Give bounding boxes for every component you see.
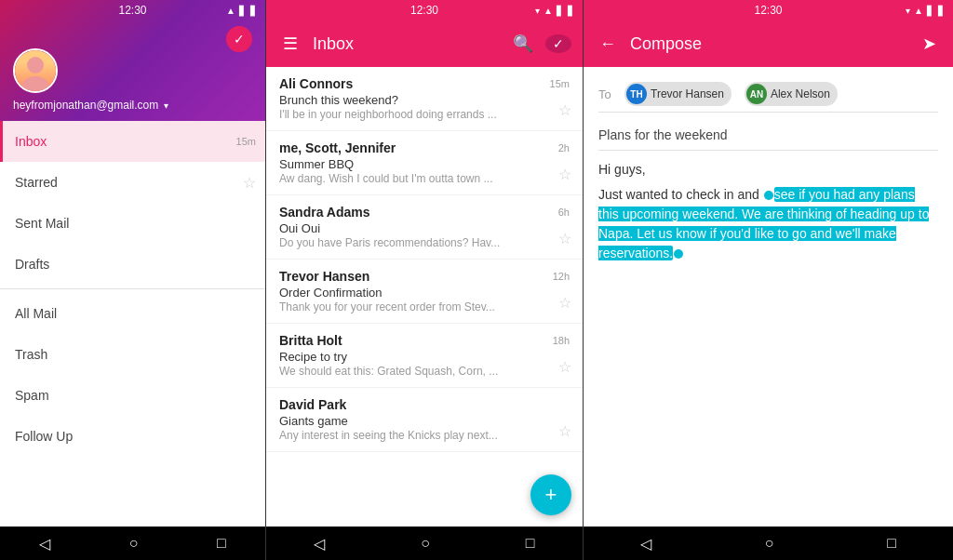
recent-button-drawer[interactable]: □ bbox=[217, 535, 226, 552]
preview-3: Thank you for your recent order from Ste… bbox=[279, 300, 512, 313]
user-avatar[interactable] bbox=[13, 48, 58, 93]
compose-fab[interactable]: + bbox=[530, 474, 571, 515]
avatar-image bbox=[15, 50, 56, 91]
email-row: heyfromjonathan@gmail.com ▾ bbox=[13, 99, 252, 112]
subject-1: Summer BBQ bbox=[279, 157, 570, 171]
sidebar-item-trash[interactable]: Trash bbox=[0, 334, 265, 375]
recent-button-inbox[interactable]: □ bbox=[526, 535, 535, 552]
bottom-nav-inbox: ◁ ○ □ bbox=[266, 527, 583, 560]
nav-divider bbox=[0, 288, 265, 289]
recipient-avatar-trevor: TH bbox=[626, 84, 647, 104]
sidebar-item-followup[interactable]: Follow Up bbox=[0, 416, 265, 457]
email-item-4[interactable]: Britta Holt 18h Recipe to try We should … bbox=[266, 324, 583, 388]
email-list: Ali Connors 15m Brunch this weekend? I'l… bbox=[266, 67, 583, 527]
star-icon: ☆ bbox=[243, 174, 256, 192]
email-item-5[interactable]: David Park Giants game Any interest in s… bbox=[266, 388, 583, 452]
star-icon-4[interactable]: ☆ bbox=[558, 358, 571, 376]
time-3: 12h bbox=[553, 271, 570, 282]
recipient-chip-alex[interactable]: AN Alex Nelson bbox=[745, 82, 838, 106]
sidebar-item-drafts[interactable]: Drafts bbox=[0, 244, 265, 285]
sidebar-item-starred[interactable]: Starred ☆ bbox=[0, 162, 265, 203]
sender-5: David Park bbox=[279, 397, 346, 412]
compose-to-row: To TH Trevor Hansen AN Alex Nelson bbox=[598, 76, 938, 113]
status-time-drawer: 12:30 bbox=[118, 4, 146, 17]
cursor-start bbox=[764, 191, 773, 200]
account-checkmark[interactable]: ✓ bbox=[226, 26, 252, 52]
home-button-inbox[interactable]: ○ bbox=[421, 535, 430, 552]
sender-3: Trevor Hansen bbox=[279, 269, 369, 284]
preview-0: I'll be in your neighborhood doing erran… bbox=[279, 108, 512, 121]
compose-toolbar: ← Compose ➤ bbox=[584, 20, 953, 67]
compose-panel: 12:30 ▾ ▲ ▋ ▋ ← Compose ➤ To TH Trevor H… bbox=[583, 0, 953, 560]
preview-1: Aw dang. Wish I could but I'm outta town… bbox=[279, 172, 512, 185]
star-icon-1[interactable]: ☆ bbox=[558, 166, 571, 183]
email-item-3[interactable]: Trevor Hansen 12h Order Confirmation Tha… bbox=[266, 260, 583, 324]
to-label: To bbox=[598, 87, 617, 101]
bottom-nav-drawer: ◁ ○ □ bbox=[0, 527, 265, 560]
status-bar-inbox: 12:30 ▾ ▲ ▋ ▋ bbox=[266, 0, 583, 20]
email-item-1[interactable]: me, Scott, Jennifer 2h Summer BBQ Aw dan… bbox=[266, 131, 583, 195]
sidebar-item-allmail[interactable]: All Mail bbox=[0, 293, 265, 334]
home-button-compose[interactable]: ○ bbox=[765, 535, 774, 552]
battery-icon: ▋ bbox=[250, 6, 258, 16]
back-button-inbox[interactable]: ◁ bbox=[314, 535, 325, 553]
recipient-chip-trevor[interactable]: TH Trevor Hansen bbox=[624, 82, 732, 106]
sender-1: me, Scott, Jennifer bbox=[279, 140, 396, 155]
wifi-icon: ▋ bbox=[239, 6, 247, 16]
wifi-icon-inbox: ▋ bbox=[557, 6, 564, 16]
sidebar-item-spam[interactable]: Spam bbox=[0, 375, 265, 416]
preview-5: Any interest in seeing the Knicks play n… bbox=[279, 429, 512, 442]
status-icons-inbox: ▾ ▲ ▋ ▋ bbox=[535, 6, 575, 16]
inbox-title: Inbox bbox=[313, 34, 501, 54]
subject-5: Giants game bbox=[279, 414, 570, 428]
email-item-0[interactable]: Ali Connors 15m Brunch this weekend? I'l… bbox=[266, 67, 583, 131]
time-1: 2h bbox=[558, 142, 570, 153]
cursor-end bbox=[674, 249, 683, 259]
star-icon-5[interactable]: ☆ bbox=[558, 422, 571, 440]
send-icon[interactable]: ➤ bbox=[916, 33, 942, 54]
back-icon[interactable]: ← bbox=[595, 34, 621, 54]
back-button-compose[interactable]: ◁ bbox=[640, 535, 651, 553]
signal-icon: ▲ bbox=[226, 6, 235, 16]
status-icons-compose: ▾ ▲ ▋ ▋ bbox=[906, 6, 946, 16]
sender-0: Ali Connors bbox=[279, 76, 353, 91]
status-bar-drawer: 12:30 ▲ ▋ ▋ bbox=[0, 0, 265, 20]
status-bar-compose: 12:30 ▾ ▲ ▋ ▋ bbox=[584, 0, 953, 20]
inbox-toolbar: ☰ Inbox 🔍 ✓ bbox=[266, 20, 583, 67]
drawer-nav: Inbox 15m Starred ☆ Sent Mail Drafts All… bbox=[0, 121, 265, 527]
compose-body: To TH Trevor Hansen AN Alex Nelson Plans… bbox=[584, 67, 953, 527]
recipient-avatar-alex: AN bbox=[746, 84, 767, 104]
battery-icon-compose: ▋ bbox=[938, 6, 946, 16]
sidebar-item-inbox[interactable]: Inbox 15m bbox=[0, 121, 265, 162]
time-2: 6h bbox=[558, 207, 570, 218]
menu-icon[interactable]: ☰ bbox=[277, 33, 303, 54]
message-prefix: Just wanted to check in and bbox=[598, 187, 763, 202]
compose-subject[interactable]: Plans for the weekend bbox=[598, 120, 938, 151]
sidebar-item-sent[interactable]: Sent Mail bbox=[0, 203, 265, 244]
preview-2: Do you have Paris recommendations? Hav..… bbox=[279, 236, 512, 249]
status-time-compose: 12:30 bbox=[754, 4, 782, 17]
network-icon-inbox: ▲ bbox=[544, 6, 553, 16]
star-icon-0[interactable]: ☆ bbox=[558, 101, 571, 119]
network-icon-compose: ▲ bbox=[914, 6, 923, 16]
inbox-panel: 12:30 ▾ ▲ ▋ ▋ ☰ Inbox 🔍 ✓ Ali Connors 15… bbox=[265, 0, 583, 560]
recipient-name-trevor: Trevor Hansen bbox=[651, 87, 724, 100]
chevron-down-icon[interactable]: ▾ bbox=[164, 100, 168, 111]
star-icon-3[interactable]: ☆ bbox=[558, 294, 571, 312]
star-icon-2[interactable]: ☆ bbox=[558, 230, 571, 247]
back-button-drawer[interactable]: ◁ bbox=[39, 535, 50, 553]
compose-message[interactable]: Hi guys, Just wanted to check in and see… bbox=[598, 160, 938, 263]
search-icon[interactable]: 🔍 bbox=[510, 33, 536, 54]
status-time-inbox: 12:30 bbox=[410, 4, 438, 17]
recent-button-compose[interactable]: □ bbox=[887, 535, 896, 552]
compose-title: Compose bbox=[630, 34, 906, 54]
wifi-icon-compose: ▋ bbox=[927, 6, 934, 16]
sender-2: Sandra Adams bbox=[279, 205, 370, 220]
message-body: Just wanted to check in and see if you h… bbox=[598, 185, 938, 263]
email-item-2[interactable]: Sandra Adams 6h Oui Oui Do you have Pari… bbox=[266, 195, 583, 260]
done-all-icon[interactable]: ✓ bbox=[545, 34, 571, 53]
signal-icon-inbox: ▾ bbox=[535, 6, 540, 16]
home-button-drawer[interactable]: ○ bbox=[129, 535, 139, 552]
subject-0: Brunch this weekend? bbox=[279, 93, 570, 107]
user-email: heyfromjonathan@gmail.com bbox=[13, 99, 158, 112]
